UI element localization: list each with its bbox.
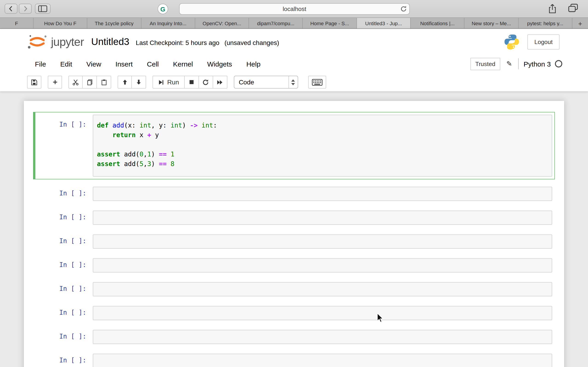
tab-title: Home Page - S... (310, 20, 349, 26)
jupyter-logo-icon (27, 34, 48, 50)
command-palette-button[interactable] (308, 76, 326, 89)
tab-title: An Inquiry Into... (149, 20, 186, 26)
cell-type-select[interactable]: Code (233, 76, 298, 89)
address-bar[interactable]: localhost (179, 3, 410, 15)
menu-bar: FileEditViewInsertCellKernelWidgetsHelp … (0, 55, 588, 73)
cut-cell-button[interactable] (69, 76, 83, 89)
paste-icon (100, 79, 107, 85)
browser-tab[interactable]: An Inquiry Into... (141, 18, 195, 28)
forward-icon (22, 6, 28, 12)
menu-kernel[interactable]: Kernel (167, 57, 199, 70)
tab-title: F (15, 20, 18, 26)
tab-title: dipam7/compu... (257, 20, 294, 26)
stop-icon (188, 79, 195, 85)
unsaved-changes-indicator: (unsaved changes) (225, 37, 279, 46)
sidebar-toggle-button[interactable] (35, 4, 51, 14)
browser-tab[interactable]: dipam7/compu... (249, 18, 303, 28)
arrow-down-icon (136, 79, 142, 85)
cell-prompt: In [ ]: (36, 211, 91, 225)
menu-view[interactable]: View (81, 57, 107, 70)
code-cell-selected[interactable]: In [ ]: def add(x: int, y: int) -> int: … (33, 112, 555, 179)
cell-input[interactable] (93, 306, 552, 320)
add-cell-below-button[interactable] (48, 76, 62, 89)
cell-input[interactable] (93, 187, 552, 201)
notebook-title[interactable]: Untitled3 (91, 36, 129, 47)
browser-tab[interactable]: F (0, 18, 34, 28)
tab-title: Notifications |... (420, 20, 455, 26)
move-cell-down-button[interactable] (132, 76, 146, 89)
tab-bar: FHow Do You FThe 1cycle policyAn Inquiry… (0, 17, 588, 29)
copy-cell-button[interactable] (83, 76, 97, 89)
share-icon (548, 4, 557, 14)
code-cell-input[interactable]: def add(x: int, y: int) -> int: return x… (93, 115, 552, 177)
browser-tab[interactable]: How Do You F (34, 18, 87, 28)
interrupt-kernel-button[interactable] (184, 76, 199, 89)
browser-tab[interactable]: Home Page - S... (303, 18, 357, 28)
grammarly-extension-icon[interactable]: G (157, 4, 168, 14)
cell-prompt: In [ ]: (36, 258, 91, 273)
cell-input[interactable] (93, 330, 552, 344)
empty-code-cell[interactable]: In [ ]: (33, 184, 555, 204)
empty-code-cell[interactable]: In [ ]: (33, 279, 555, 299)
share-button[interactable] (548, 4, 557, 15)
menu-help[interactable]: Help (241, 57, 266, 70)
notebook-toolbar: Run Code (0, 73, 588, 91)
empty-code-cell[interactable]: In [ ]: (33, 327, 555, 347)
paste-cell-button[interactable] (97, 76, 111, 89)
menu-insert[interactable]: Insert (110, 57, 138, 70)
cell-prompt: In [ ]: (36, 330, 91, 344)
plus-icon (52, 79, 58, 85)
cell-input[interactable] (93, 211, 552, 225)
empty-code-cell[interactable]: In [ ]: (33, 208, 555, 227)
browser-tab[interactable]: Notifications |... (411, 18, 465, 28)
cell-prompt: In [ ]: (36, 234, 91, 249)
cell-prompt: In [ ]: (36, 115, 91, 177)
save-button[interactable] (27, 76, 41, 89)
tab-title: How Do You F (44, 20, 77, 26)
scissors-icon (72, 79, 79, 85)
cell-prompt: In [ ]: (36, 306, 91, 320)
browser-tab[interactable]: Untitled3 - Jup... (357, 18, 411, 28)
cell-input[interactable] (93, 258, 552, 273)
menu-edit[interactable]: Edit (55, 57, 78, 70)
menu-widgets[interactable]: Widgets (202, 57, 237, 70)
menu-file[interactable]: File (29, 57, 52, 70)
new-tab-button[interactable]: + (572, 18, 588, 28)
empty-code-cell[interactable]: In [ ]: (33, 256, 555, 275)
cell-input[interactable] (93, 354, 552, 367)
code-lines: def add(x: int, y: int) -> int: return x… (97, 121, 548, 169)
browser-tab[interactable]: OpenCV: Open... (195, 18, 249, 28)
reload-button[interactable] (400, 5, 407, 14)
browser-toolbar: G localhost (0, 0, 588, 17)
empty-code-cell[interactable]: In [ ]: (33, 232, 555, 251)
reload-icon (400, 5, 407, 13)
run-icon (158, 79, 164, 85)
tab-title: Untitled3 - Jup... (365, 20, 402, 26)
mouse-cursor (377, 313, 384, 325)
tab-title: OpenCV: Open... (203, 20, 241, 26)
tabs-overview-button[interactable] (568, 4, 578, 14)
move-cell-up-button[interactable] (118, 76, 132, 89)
jupyter-logo[interactable]: jupyter (27, 34, 84, 50)
menus: FileEditViewInsertCellKernelWidgetsHelp (29, 57, 269, 70)
tab-title: New story – Me... (472, 20, 511, 26)
menu-cell[interactable]: Cell (141, 57, 164, 70)
forward-button[interactable] (19, 4, 32, 14)
restart-kernel-button[interactable] (199, 76, 213, 89)
run-button[interactable]: Run (153, 76, 184, 89)
browser-tab[interactable]: The 1cycle policy (87, 18, 141, 28)
browser-tab[interactable]: pytest: helps y... (519, 18, 572, 28)
back-button[interactable] (5, 4, 17, 14)
empty-code-cell[interactable]: In [ ]: (33, 303, 555, 323)
restart-run-all-button[interactable] (213, 76, 227, 89)
tab-title: pytest: helps y... (527, 20, 563, 26)
cell-input[interactable] (93, 282, 552, 296)
empty-code-cell[interactable]: In [ ]: (33, 351, 555, 367)
kernel-name: Python 3 (524, 60, 551, 68)
logout-button[interactable]: Logout (527, 34, 560, 49)
trusted-badge[interactable]: Trusted (470, 58, 500, 70)
cell-input[interactable] (93, 234, 552, 249)
browser-tab[interactable]: New story – Me... (465, 18, 519, 28)
select-stepper-icon (288, 76, 297, 88)
cell-type-value: Code (234, 76, 288, 88)
